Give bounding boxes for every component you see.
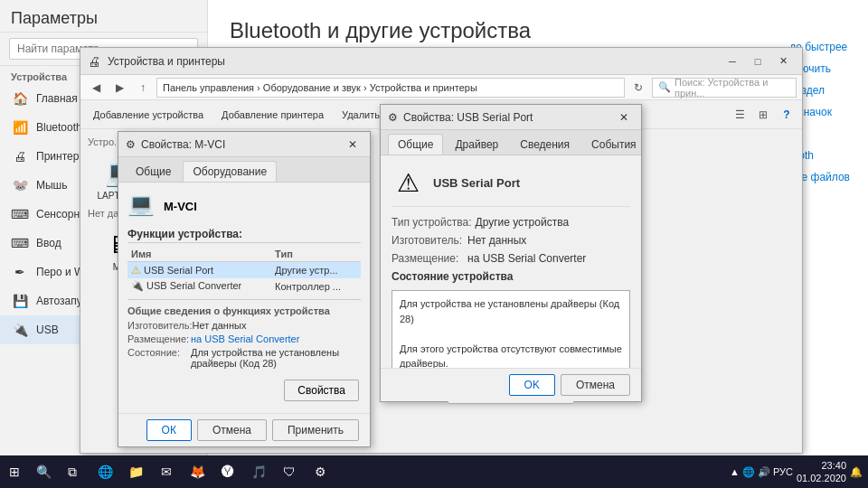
- mvci-dialog-buttons: ОК Отмена Применить: [118, 413, 370, 446]
- tab-details[interactable]: Сведения: [510, 134, 580, 155]
- search-taskbar-button[interactable]: 🔍: [29, 457, 58, 486]
- mvci-device-icon: 💻: [127, 192, 156, 221]
- tab-general[interactable]: Общие: [126, 161, 181, 182]
- usb-type-row: Тип устройства: Другие устройства: [392, 216, 630, 229]
- mvci-dialog-titlebar: ⚙ Свойства: M-VCI ✕: [118, 132, 370, 157]
- settings-title: Параметры: [0, 0, 207, 33]
- taskbar-right: ▲ 🌐 🔊 РУС 23:40 01.02.2020 🔔: [730, 459, 868, 485]
- sidebar-item-label: Ввод: [36, 237, 61, 249]
- media-icon[interactable]: 🎵: [244, 457, 273, 486]
- start-button[interactable]: ⊞: [0, 457, 29, 486]
- taskbar-clock[interactable]: 23:40 01.02.2020: [797, 459, 846, 485]
- close-button[interactable]: ✕: [771, 52, 795, 70]
- mvci-info-status: Состояние: Для устройства не установлены…: [127, 347, 361, 369]
- mvci-close-button[interactable]: ✕: [343, 136, 363, 153]
- status-section-title: Состояние устройства: [392, 270, 630, 283]
- type-label: Тип устройства:: [392, 216, 472, 229]
- function-row-usb-serial-converter[interactable]: 🔌 USB Serial Converter Контроллер ...: [127, 278, 361, 294]
- forward-button[interactable]: ▶: [109, 78, 129, 98]
- tray-arrow[interactable]: ▲: [730, 466, 740, 477]
- help-button[interactable]: ?: [777, 105, 797, 125]
- tab-driver[interactable]: Драйвер: [445, 134, 508, 155]
- apply-button[interactable]: Применить: [272, 419, 359, 441]
- usb-dialog: ⚙ Свойства: USB Serial Port ✕ Общие Драй…: [380, 104, 642, 402]
- sidebar-item-label: USB: [36, 324, 59, 336]
- properties-button[interactable]: Свойства: [284, 380, 359, 401]
- input-icon: ⌨: [11, 234, 29, 252]
- ok-button[interactable]: ОК: [146, 419, 192, 441]
- status-value: Для устройства не установлены драйверы (…: [191, 347, 361, 369]
- type-value: Другие устройства: [476, 216, 570, 229]
- mvci-content: 💻 M-VCI Функции устройства: Имя Тип ⚠ US…: [118, 183, 370, 380]
- volume-icon[interactable]: 🔊: [758, 466, 770, 478]
- cancel-button[interactable]: Отмена: [197, 419, 267, 441]
- usb-close-button[interactable]: ✕: [614, 109, 634, 126]
- autoplay-icon: 💾: [11, 292, 29, 310]
- network-icon[interactable]: 🌐: [742, 466, 755, 478]
- refresh-button[interactable]: ↻: [628, 78, 648, 98]
- notifications-button[interactable]: 🔔: [850, 466, 863, 478]
- mvci-info-manufacturer: Изготовитель: Нет данных: [127, 320, 361, 331]
- manufacturer-value: Нет данных: [193, 320, 247, 331]
- devices-window-titlebar: 🖨 Устройства и принтеры ─ □ ✕: [80, 48, 802, 75]
- function-name: ⚠ USB Serial Port: [127, 262, 271, 279]
- explorer-icon[interactable]: 📁: [121, 457, 150, 486]
- taskbar: ⊞ 🔍 ⧉ 🌐 📁 ✉ 🦊 🅨 🎵 🛡 ⚙ ▲ 🌐 🔊 РУС 23:40 01…: [0, 455, 868, 488]
- tab-hardware[interactable]: Оборудование: [183, 161, 277, 182]
- minimize-button[interactable]: ─: [721, 52, 744, 70]
- add-device-button[interactable]: Добавление устройства: [86, 107, 211, 123]
- location-label: Размещение:: [392, 252, 464, 265]
- mvci-info: Общие сведения о функциях устройства Изг…: [127, 299, 361, 369]
- usb-ok-button[interactable]: OK: [509, 374, 555, 396]
- location-label: Размещение:: [127, 333, 191, 344]
- task-view-button[interactable]: ⧉: [58, 457, 87, 486]
- col-type: Тип: [271, 247, 361, 262]
- location-value: на USB Serial Converter: [467, 252, 586, 265]
- usb-tabs: Общие Драйвер Сведения События: [381, 130, 641, 155]
- maximize-button[interactable]: □: [746, 52, 769, 70]
- status-label: Состояние:: [127, 347, 191, 369]
- add-printer-button[interactable]: Добавление принтера: [214, 107, 331, 123]
- usb-icon: 🔌: [11, 321, 29, 339]
- view-tile-button[interactable]: ⊞: [753, 105, 773, 125]
- printers-icon: 🖨: [11, 147, 29, 165]
- functions-table: Имя Тип ⚠ USB Serial Port Другие устр...…: [127, 247, 361, 294]
- usb-dialog-buttons: OK Отмена: [381, 368, 641, 401]
- home-icon: 🏠: [11, 89, 29, 108]
- touchpad-icon: ⌨: [11, 205, 29, 223]
- location-value[interactable]: на USB Serial Converter: [191, 333, 299, 344]
- yandex-icon[interactable]: 🅨: [213, 457, 242, 486]
- search-box[interactable]: 🔍 Поиск: Устройства и прин...: [652, 78, 797, 98]
- function-row-usb-serial-port[interactable]: ⚠ USB Serial Port Другие устр...: [127, 262, 361, 279]
- usb-device-name: USB Serial Port: [433, 176, 520, 190]
- antivirus-icon[interactable]: 🛡: [275, 457, 304, 486]
- lang-indicator[interactable]: РУС: [773, 466, 793, 477]
- address-bar: ◀ ▶ ↑ Панель управления › Оборудование и…: [80, 75, 802, 100]
- sys-tray: ▲ 🌐 🔊 РУС: [730, 466, 793, 478]
- edge-icon[interactable]: 🌐: [90, 457, 119, 486]
- clock-time: 23:40: [797, 459, 846, 472]
- tab-general-usb[interactable]: Общие: [388, 134, 443, 155]
- tab-events[interactable]: События: [581, 134, 646, 155]
- error-icon: ⚠: [131, 264, 141, 277]
- status-line-1: Для устройства не установлены драйверы (…: [400, 296, 622, 326]
- manufacturer-value: Нет данных: [467, 234, 526, 247]
- usb-cancel-button[interactable]: Отмена: [561, 374, 630, 396]
- mvci-icon-row: 💻 M-VCI: [127, 192, 361, 221]
- firefox-icon[interactable]: 🦊: [183, 457, 212, 486]
- usb-manufacturer-row: Изготовитель: Нет данных: [392, 234, 630, 247]
- view-list-button[interactable]: ☰: [730, 105, 750, 125]
- address-path[interactable]: Панель управления › Оборудование и звук …: [156, 78, 625, 98]
- app8-icon[interactable]: ⚙: [306, 457, 335, 486]
- up-button[interactable]: ↑: [133, 78, 153, 98]
- function-type: Другие устр...: [271, 262, 361, 279]
- mvci-info-title: Общие сведения о функциях устройства: [127, 305, 361, 316]
- back-button[interactable]: ◀: [86, 78, 106, 98]
- bluetooth-icon: 📶: [11, 118, 29, 136]
- usb-device-header: ⚠ USB Serial Port: [392, 166, 630, 207]
- mail-icon[interactable]: ✉: [152, 457, 181, 486]
- mvci-device-name: M-VCI: [164, 200, 197, 213]
- usb-dialog-titlebar: ⚙ Свойства: USB Serial Port ✕: [381, 105, 641, 130]
- functions-title: Функции устройства:: [127, 228, 361, 243]
- col-name: Имя: [127, 247, 271, 262]
